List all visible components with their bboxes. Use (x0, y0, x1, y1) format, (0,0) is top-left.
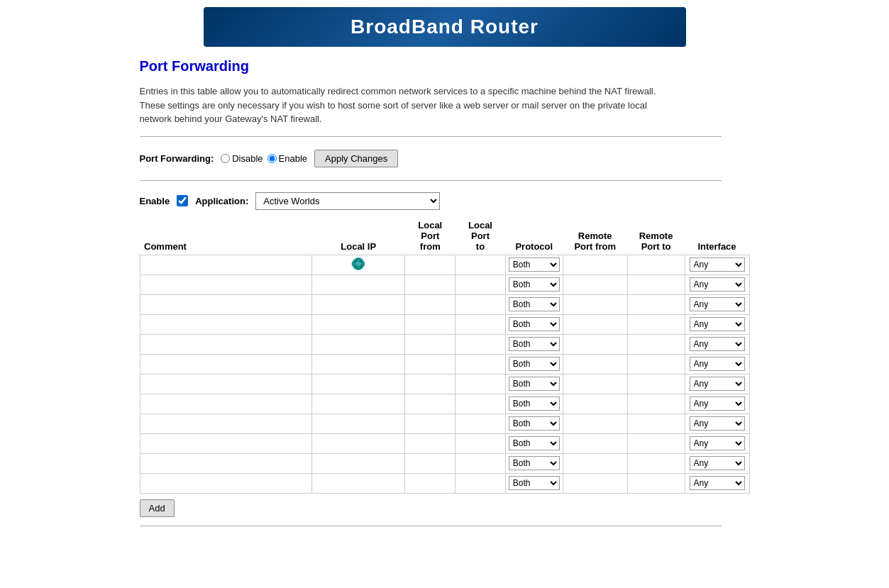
remote-port-to-input[interactable] (630, 358, 683, 370)
local-port-to-input[interactable] (458, 477, 503, 489)
disable-radio-label[interactable]: Disable (221, 153, 263, 164)
local-ip-input[interactable] (314, 358, 402, 370)
local-ip-input[interactable] (314, 338, 402, 350)
local-ip-input[interactable] (314, 398, 402, 409)
comment-input[interactable] (143, 279, 310, 290)
add-button[interactable]: Add (140, 499, 175, 517)
enable-checkbox[interactable] (177, 195, 188, 206)
remote-port-to-input[interactable] (630, 418, 683, 429)
comment-input[interactable] (143, 338, 310, 350)
local-ip-input[interactable] (314, 438, 402, 449)
local-port-to-input[interactable] (458, 418, 503, 429)
interface-select[interactable]: AnyLANWAN (690, 337, 745, 351)
local-port-from-input[interactable] (407, 358, 453, 370)
protocol-select[interactable]: BothTCPUDP (509, 456, 560, 470)
remote-port-from-input[interactable] (565, 398, 625, 409)
local-port-to-input[interactable] (458, 279, 503, 290)
interface-select[interactable]: AnyLANWAN (690, 377, 745, 391)
interface-select[interactable]: AnyLANWAN (690, 416, 745, 431)
comment-input[interactable] (143, 477, 310, 489)
comment-input[interactable] (143, 358, 310, 370)
local-port-from-input[interactable] (407, 398, 453, 409)
local-ip-input[interactable] (314, 418, 402, 429)
remote-port-to-input[interactable] (630, 338, 683, 350)
remote-port-from-input[interactable] (565, 378, 625, 389)
remote-port-to-input[interactable] (630, 318, 683, 330)
interface-select[interactable]: AnyLANWAN (690, 357, 745, 371)
local-port-from-input[interactable] (407, 457, 453, 469)
comment-input[interactable] (143, 299, 310, 310)
remote-port-from-input[interactable] (565, 457, 625, 469)
comment-input[interactable] (143, 259, 310, 270)
protocol-select[interactable]: BothTCPUDP (509, 476, 560, 490)
local-port-from-input[interactable] (407, 418, 453, 429)
local-ip-input[interactable] (314, 378, 402, 389)
comment-input[interactable] (143, 318, 310, 330)
local-port-to-input[interactable] (458, 358, 503, 370)
remote-port-to-input[interactable] (630, 398, 683, 409)
apply-changes-button[interactable]: Apply Changes (314, 150, 398, 167)
local-ip-input[interactable] (314, 318, 402, 330)
protocol-select[interactable]: BothTCPUDP (509, 396, 560, 411)
local-ip-input[interactable] (314, 477, 402, 489)
local-port-from-input[interactable] (407, 259, 453, 270)
local-ip-input[interactable] (314, 457, 402, 469)
enable-radio[interactable] (267, 154, 277, 163)
interface-select[interactable]: AnyLANWAN (690, 436, 745, 450)
protocol-select[interactable]: BothTCPUDP (509, 257, 560, 272)
local-port-to-input[interactable] (458, 338, 503, 350)
local-port-from-input[interactable] (407, 477, 453, 489)
remote-port-from-input[interactable] (565, 438, 625, 449)
disable-radio[interactable] (221, 154, 230, 163)
local-port-to-input[interactable] (458, 318, 503, 330)
remote-port-to-input[interactable] (630, 457, 683, 469)
local-port-to-input[interactable] (458, 378, 503, 389)
protocol-select[interactable]: BothTCPUDP (509, 436, 560, 450)
remote-port-to-input[interactable] (630, 259, 683, 270)
local-port-to-input[interactable] (458, 299, 503, 310)
protocol-select[interactable]: BothTCPUDP (509, 277, 560, 292)
remote-port-from-input[interactable] (565, 299, 625, 310)
remote-port-from-input[interactable] (565, 279, 625, 290)
local-port-from-input[interactable] (407, 378, 453, 389)
local-ip-input[interactable] (314, 299, 402, 310)
comment-input[interactable] (143, 418, 310, 429)
protocol-select[interactable]: BothTCPUDP (509, 317, 560, 331)
remote-port-to-input[interactable] (630, 299, 683, 310)
interface-select[interactable]: AnyLANWAN (690, 297, 745, 311)
application-select[interactable]: Active WorldsAIM TalkAOLBattle.netDiablo… (255, 192, 440, 210)
remote-port-from-input[interactable] (565, 259, 625, 270)
remote-port-to-input[interactable] (630, 279, 683, 290)
local-port-to-input[interactable] (458, 398, 503, 409)
protocol-select[interactable]: BothTCPUDP (509, 416, 560, 431)
local-port-to-input[interactable] (458, 259, 503, 270)
local-ip-input[interactable] (314, 279, 402, 290)
enable-radio-label[interactable]: Enable (267, 153, 307, 164)
interface-select[interactable]: AnyLANWAN (690, 476, 745, 490)
interface-select[interactable]: AnyLANWAN (690, 396, 745, 411)
protocol-select[interactable]: BothTCPUDP (509, 297, 560, 311)
local-port-from-input[interactable] (407, 338, 453, 350)
interface-select[interactable]: AnyLANWAN (690, 257, 745, 272)
remote-port-from-input[interactable] (565, 338, 625, 350)
local-port-from-input[interactable] (407, 438, 453, 449)
protocol-select[interactable]: BothTCPUDP (509, 377, 560, 391)
remote-port-from-input[interactable] (565, 358, 625, 370)
comment-input[interactable] (143, 438, 310, 449)
remote-port-from-input[interactable] (565, 318, 625, 330)
local-port-from-input[interactable] (407, 318, 453, 330)
remote-port-to-input[interactable] (630, 477, 683, 489)
local-port-from-input[interactable] (407, 299, 453, 310)
protocol-select[interactable]: BothTCPUDP (509, 337, 560, 351)
remote-port-to-input[interactable] (630, 378, 683, 389)
interface-select[interactable]: AnyLANWAN (690, 456, 745, 470)
local-port-to-input[interactable] (458, 457, 503, 469)
remote-port-from-input[interactable] (565, 418, 625, 429)
protocol-select[interactable]: BothTCPUDP (509, 357, 560, 371)
remote-port-to-input[interactable] (630, 438, 683, 449)
remote-port-from-input[interactable] (565, 477, 625, 489)
interface-select[interactable]: AnyLANWAN (690, 277, 745, 292)
interface-select[interactable]: AnyLANWAN (690, 317, 745, 331)
local-port-from-input[interactable] (407, 279, 453, 290)
comment-input[interactable] (143, 457, 310, 469)
